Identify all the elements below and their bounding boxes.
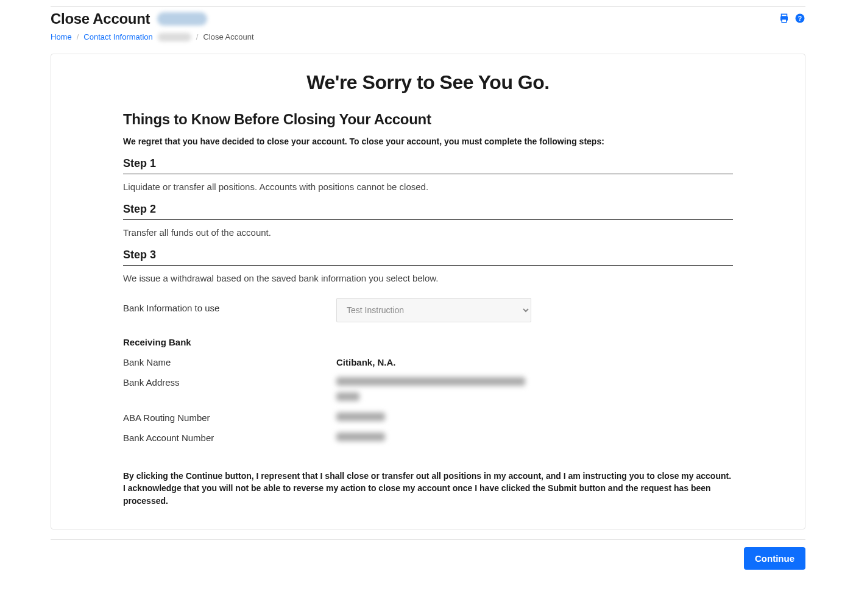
bank-instruction-select[interactable]: Test Instruction (336, 298, 531, 322)
page-header: Close Account ? (51, 6, 805, 32)
sub-heading: Things to Know Before Closing Your Accou… (123, 111, 733, 136)
content-card: We're Sorry to See You Go. Things to Kno… (51, 54, 805, 529)
print-icon[interactable] (779, 13, 790, 26)
account-id-redacted (157, 12, 207, 26)
step-2-title: Step 2 (123, 203, 733, 220)
svg-text:?: ? (798, 14, 802, 21)
breadcrumb-account-redacted (158, 33, 191, 41)
aba-routing-value-redacted (336, 412, 733, 423)
page-title: Close Account (51, 10, 150, 27)
hero-heading: We're Sorry to See You Go. (123, 65, 733, 111)
breadcrumb-sep: / (196, 32, 199, 41)
svg-rect-2 (782, 19, 787, 22)
svg-rect-0 (782, 14, 787, 16)
step-2-body: Transfer all funds out of the account. (123, 227, 733, 238)
step-3-body: We issue a withdrawal based on the saved… (123, 273, 733, 283)
aba-routing-label: ABA Routing Number (123, 412, 336, 423)
bank-account-number-label: Bank Account Number (123, 433, 336, 443)
bank-address-value-redacted (336, 377, 733, 403)
bank-name-label: Bank Name (123, 357, 336, 367)
bank-address-label: Bank Address (123, 377, 336, 388)
receiving-bank-label: Receiving Bank (123, 337, 733, 347)
step-1-title: Step 1 (123, 157, 733, 174)
breadcrumb-sep: / (77, 32, 79, 41)
bank-info-label: Bank Information to use (123, 298, 336, 313)
step-3-title: Step 3 (123, 249, 733, 266)
breadcrumb-contact[interactable]: Contact Information (83, 32, 152, 41)
bank-name-value: Citibank, N.A. (336, 357, 733, 367)
continue-button[interactable]: Continue (744, 547, 805, 570)
step-1-body: Liquidate or transfer all positions. Acc… (123, 182, 733, 192)
breadcrumb-home[interactable]: Home (51, 32, 72, 41)
footer-bar: Continue (51, 539, 805, 570)
breadcrumb: Home / Contact Information / Close Accou… (51, 32, 805, 54)
intro-text: We regret that you have decided to close… (123, 136, 733, 157)
breadcrumb-current: Close Account (203, 32, 253, 41)
help-icon[interactable]: ? (794, 13, 805, 26)
close-account-disclaimer: By clicking the Continue button, I repre… (123, 470, 733, 507)
bank-account-number-value-redacted (336, 433, 733, 443)
